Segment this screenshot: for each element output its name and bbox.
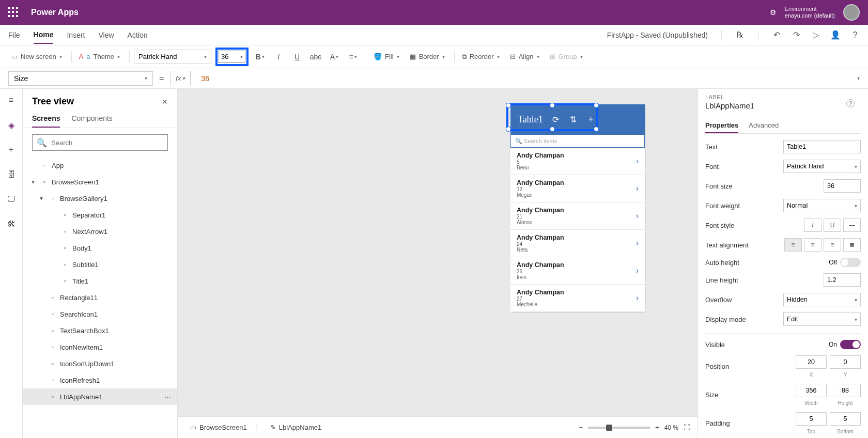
formula-input[interactable] (197, 71, 851, 86)
align-left-button[interactable]: ≡ (784, 238, 802, 252)
crumb-control[interactable]: ✎ LblAppName1 (265, 421, 327, 433)
help-icon[interactable]: ? (850, 30, 860, 40)
align-center-button[interactable]: ≡ (804, 238, 822, 252)
tree-tab-screens[interactable]: Screens (32, 114, 60, 128)
prop-font-size-input[interactable] (824, 179, 861, 193)
style-italic-button[interactable]: I (804, 218, 822, 232)
rail-tools-icon[interactable]: 🛠 (6, 219, 17, 229)
share-icon[interactable]: 👤 (831, 30, 840, 40)
tree-item[interactable]: ▫Separator1 (23, 207, 177, 223)
chevron-right-icon[interactable]: › (636, 211, 639, 221)
tree-item[interactable]: ▫TextSearchBox1 (23, 322, 177, 339)
border-button[interactable]: ▦ Border ▾ (407, 51, 448, 62)
prop-x-input[interactable] (796, 355, 827, 369)
redo-icon[interactable]: ↷ (792, 30, 801, 40)
new-screen-button[interactable]: ▭ New screen ▾ (8, 51, 65, 62)
environment-info[interactable]: Environment enayu.com (default) (785, 6, 835, 19)
menu-action[interactable]: Action (128, 27, 148, 43)
font-size-select[interactable]: 36▾ (219, 51, 245, 63)
tree-search[interactable]: 🔍 (32, 134, 168, 151)
font-color-button[interactable]: A▾ (327, 50, 342, 64)
tree-item[interactable]: ▫NextArrow1 (23, 223, 177, 240)
prop-display-mode-select[interactable]: Edit▾ (783, 312, 861, 326)
prop-pad-top-input[interactable] (796, 412, 827, 426)
screen-search[interactable]: 🔍 Search items (510, 134, 645, 148)
font-select[interactable]: Patrick Hand▾ (134, 50, 211, 64)
prop-font-weight-select[interactable]: Normal▾ (783, 199, 861, 212)
underline-button[interactable]: U (290, 50, 304, 64)
bold-button[interactable]: B▾ (253, 50, 267, 64)
prop-y-input[interactable] (830, 355, 861, 369)
prop-text-input[interactable] (783, 140, 861, 153)
menu-insert[interactable]: Insert (67, 27, 85, 43)
gallery-item[interactable]: Andy Champan26Irvin› (510, 257, 645, 285)
tree-item[interactable]: ▫Title1 (23, 273, 177, 289)
chevron-right-icon[interactable]: › (636, 239, 639, 248)
canvas[interactable]: Table1 ⟳ ⇅ + 🔍 Search items Andy Champan… (178, 89, 698, 438)
tree-item[interactable]: ▫Rectangle11 (23, 289, 177, 306)
reorder-button[interactable]: ⧉ Reorder ▾ (459, 51, 503, 63)
prop-width-input[interactable] (796, 384, 827, 397)
chevron-right-icon[interactable]: › (636, 157, 639, 166)
rail-data-icon[interactable]: 🗄 (6, 169, 17, 180)
visible-toggle[interactable] (840, 340, 861, 349)
environment-icon[interactable]: ⚙ (770, 8, 777, 17)
app-checker-icon[interactable]: ℞ (735, 30, 745, 40)
gallery-item[interactable]: Andy Champan24Neta› (510, 230, 645, 257)
props-help-icon[interactable]: ? (846, 99, 855, 107)
align-right-button[interactable]: ≡ (824, 238, 841, 252)
gallery-item[interactable]: Andy Champan21Alonso› (510, 202, 645, 230)
prop-height-input[interactable] (830, 384, 861, 397)
selected-label-text[interactable]: Table1 (516, 114, 543, 125)
waffle-icon[interactable] (8, 7, 19, 18)
italic-button[interactable]: I (271, 50, 286, 64)
strike-button[interactable]: abc (308, 50, 323, 64)
zoom-slider[interactable] (588, 427, 650, 429)
tree-item[interactable]: ▫Body1 (23, 240, 177, 256)
align-justify-button[interactable]: ≣ (843, 238, 861, 252)
fit-screen-icon[interactable]: ⛶ (684, 424, 690, 431)
user-avatar[interactable] (843, 4, 860, 21)
menu-view[interactable]: View (98, 27, 114, 43)
zoom-in-icon[interactable]: + (655, 424, 659, 431)
undo-icon[interactable]: ↶ (772, 30, 781, 40)
tree-item[interactable]: ▫Subtitle1 (23, 256, 177, 273)
zoom-out-icon[interactable]: − (579, 424, 583, 431)
tree-item[interactable]: ▫IconRefresh1 (23, 372, 177, 388)
property-select[interactable]: Size▾ (8, 71, 153, 86)
tree-item[interactable]: ▫SearchIcon1 (23, 306, 177, 322)
auto-height-toggle[interactable] (840, 258, 861, 267)
gallery-item[interactable]: Andy Champan27Mechelle› (510, 285, 645, 312)
chevron-right-icon[interactable]: › (636, 184, 639, 193)
chevron-right-icon[interactable]: › (636, 293, 639, 303)
style-underline-button[interactable]: U (824, 218, 841, 232)
text-align-button[interactable]: ≡▾ (346, 50, 360, 64)
prop-line-height-input[interactable] (824, 273, 861, 287)
tree-item[interactable]: ▫IconNewItem1 (23, 339, 177, 355)
gallery-item[interactable]: Andy Champan5Beau› (510, 148, 645, 175)
tree-tab-components[interactable]: Components (71, 114, 112, 128)
chevron-right-icon[interactable]: › (636, 266, 639, 275)
style-strike-button[interactable]: — (843, 218, 861, 232)
tree-item[interactable]: ▫LblAppName1⋯ (23, 388, 177, 405)
tree-item[interactable]: ▫App (23, 157, 177, 174)
props-tab-advanced[interactable]: Advanced (749, 118, 779, 133)
rail-media-icon[interactable]: 🖵 (6, 194, 17, 205)
theme-button[interactable]: Aa Theme ▾ (76, 51, 123, 62)
fx-button[interactable]: fx ▾ (170, 71, 191, 86)
gallery-item[interactable]: Andy Champan12Megan› (510, 175, 645, 202)
formula-expand-icon[interactable]: ▾ (857, 75, 860, 81)
menu-home[interactable]: Home (34, 26, 54, 44)
tree-item[interactable]: ▾▫BrowseScreen1 (23, 174, 177, 190)
align-button[interactable]: ⊟ Align ▾ (507, 51, 542, 62)
fill-button[interactable]: 🪣 Fill ▾ (370, 51, 402, 62)
rail-hamburger-icon[interactable]: ≡ (6, 95, 17, 105)
rail-insert-icon[interactable]: + (6, 145, 17, 155)
menu-file[interactable]: File (8, 27, 20, 43)
rail-tree-icon[interactable]: ◈ (6, 120, 17, 130)
tree-item[interactable]: ▾▫BrowseGallery1 (23, 190, 177, 207)
tree-item[interactable]: ▫IconSortUpDown1 (23, 355, 177, 372)
play-icon[interactable]: ▷ (811, 30, 820, 40)
prop-font-select[interactable]: Patrick Hand▾ (783, 160, 861, 173)
prop-overflow-select[interactable]: Hidden▾ (783, 293, 861, 306)
